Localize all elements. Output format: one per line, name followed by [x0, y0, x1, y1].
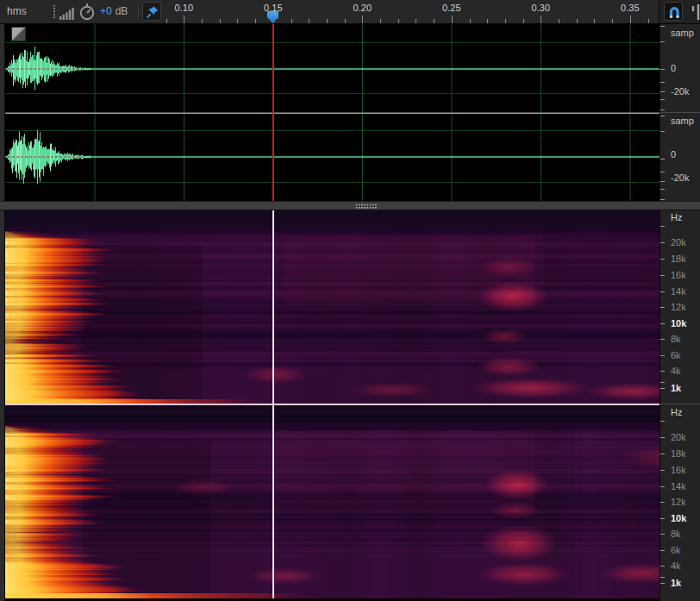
- ruler-tick: [184, 16, 184, 23]
- freq-label: 6k: [671, 545, 681, 555]
- waveform-display[interactable]: [0, 23, 659, 201]
- ruler-tick: [345, 19, 346, 23]
- ruler-tick: [541, 16, 541, 23]
- scale-separator: [660, 112, 700, 113]
- amp-label: -20k: [671, 86, 689, 97]
- scale-tick: [660, 41, 665, 42]
- scale-tick: [660, 437, 665, 438]
- pin-button[interactable]: [142, 2, 161, 21]
- ruler-tick: [309, 19, 309, 23]
- pin-icon: [144, 3, 161, 21]
- scale-tick: [660, 371, 665, 372]
- vertical-scale-column: samp0-20ksamp0-20kHz20k18k16k14k12k10k8k…: [659, 23, 700, 601]
- freq-label: 16k: [671, 270, 686, 280]
- scale-tick: [660, 181, 665, 182]
- freq-label: 4k: [671, 560, 681, 571]
- freq-label: 12k: [671, 497, 686, 507]
- amp-label: 0: [671, 149, 676, 160]
- scale-tick: [660, 242, 665, 243]
- ruler-label: 0.30: [532, 3, 550, 13]
- ruler-label: 0.20: [353, 3, 372, 13]
- ruler-tick: [166, 19, 167, 23]
- hud-toggle-icon[interactable]: [11, 27, 26, 41]
- scale-tick: [660, 454, 665, 454]
- freq-label: 1k: [671, 383, 681, 393]
- freq-label: 16k: [671, 465, 686, 475]
- toolbar-separator: [138, 4, 139, 19]
- gain-indicator[interactable]: +0dB: [100, 5, 128, 17]
- ruler-tick: [577, 19, 578, 23]
- scale-tick: [660, 275, 665, 276]
- ruler-tick: [559, 19, 559, 23]
- playhead-line-waveform: [272, 23, 274, 201]
- scale-tick: [660, 502, 665, 503]
- audio-editor-window: samp0-20ksamp0-20kHz20k18k16k14k12k10k8k…: [0, 0, 700, 601]
- freq-label: 20k: [671, 432, 686, 442]
- scale-tick: [660, 566, 665, 567]
- freq-label: 18k: [671, 254, 686, 264]
- freq-label: 8k: [671, 334, 681, 344]
- amp-label: -20k: [671, 172, 689, 183]
- magnet-icon: [666, 3, 683, 21]
- scale-tick: [660, 159, 665, 160]
- ruler-tick: [416, 19, 416, 23]
- scale-tick: [660, 26, 665, 27]
- ruler-tick: [398, 19, 399, 23]
- scale-tick: [660, 388, 665, 389]
- freq-label: 4k: [671, 366, 681, 376]
- scale-tick: [660, 486, 665, 487]
- scale-tick: [660, 259, 665, 260]
- freq-label: 12k: [671, 302, 686, 312]
- amp-label: 0: [671, 63, 676, 73]
- timeline-header: 0.100.150.200.250.300.35 hms +0dB: [0, 0, 700, 24]
- ruler-tick: [220, 19, 221, 23]
- freq-unit-label: Hz: [671, 407, 682, 417]
- ruler-tick: [630, 16, 631, 23]
- ruler-tick: [648, 19, 649, 23]
- scale-tick: [660, 199, 665, 200]
- freq-label: 14k: [671, 481, 686, 491]
- amplitude-scale-ch2[interactable]: samp0-20k: [660, 113, 700, 203]
- grip-dots-icon: [53, 4, 56, 20]
- ruler-tick: [487, 19, 488, 23]
- amp-label: samp: [671, 116, 694, 126]
- ruler-label: 0.25: [442, 3, 460, 13]
- frequency-scale-ch2[interactable]: Hz20k18k16k14k12k10k8k6k4k1k: [660, 405, 700, 598]
- clipped-tool-button[interactable]: [691, 2, 700, 22]
- ruler-tick: [255, 19, 256, 23]
- scale-tick: [660, 518, 665, 519]
- snap-toggle-button[interactable]: [664, 2, 683, 21]
- panel-splitter[interactable]: [0, 201, 700, 210]
- ruler-label: 0.10: [175, 3, 193, 13]
- scale-tick: [660, 421, 665, 422]
- ruler-tick: [362, 16, 363, 23]
- freq-unit-label: Hz: [671, 212, 682, 222]
- freq-label: 20k: [671, 237, 686, 247]
- ruler-tick: [594, 19, 595, 23]
- time-ruler[interactable]: 0.100.150.200.250.300.35: [0, 0, 659, 23]
- panel-left-edge: [0, 23, 5, 601]
- tool-icon: [691, 2, 700, 22]
- freq-label: 14k: [671, 286, 686, 297]
- spectrogram-channel-separator: [0, 404, 659, 405]
- ruler-tick: [237, 19, 238, 23]
- clock-icon[interactable]: [78, 3, 97, 22]
- scale-tick: [660, 69, 665, 70]
- scale-tick: [660, 172, 665, 172]
- scale-tick: [660, 339, 665, 340]
- amplitude-scale-ch1[interactable]: samp0-20k: [660, 23, 700, 113]
- freq-label: 8k: [671, 529, 681, 539]
- ruler-tick: [327, 19, 328, 23]
- ruler-tick: [452, 16, 453, 23]
- splitter-drag-handle[interactable]: [355, 203, 378, 209]
- scale-tick: [660, 291, 665, 292]
- frequency-scale-ch1[interactable]: Hz20k18k16k14k12k10k8k6k4k1k: [660, 210, 700, 404]
- freq-label: 10k: [671, 513, 686, 523]
- ruler-tick: [505, 19, 506, 23]
- time-format-dropdown[interactable]: hms: [7, 5, 27, 17]
- scale-tick: [660, 323, 665, 324]
- ruler-tick: [202, 19, 203, 23]
- freq-label: 6k: [671, 350, 681, 360]
- gain-unit: dB: [116, 5, 128, 17]
- scale-tick: [660, 470, 665, 471]
